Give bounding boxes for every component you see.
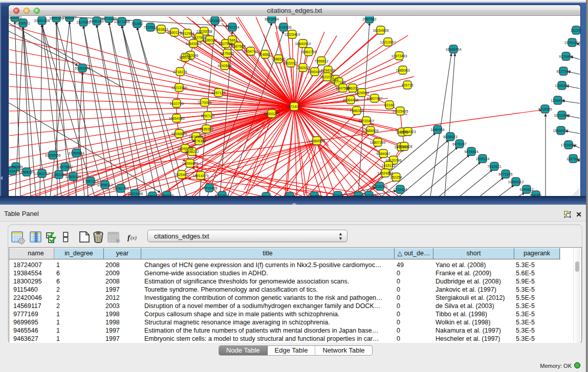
svg-text:20206556: 20206556 bbox=[45, 154, 60, 157]
svg-text:13524851: 13524851 bbox=[377, 171, 393, 175]
svg-text:1388520: 1388520 bbox=[271, 57, 285, 61]
svg-text:16914479: 16914479 bbox=[192, 174, 208, 178]
svg-text:10807487: 10807487 bbox=[366, 97, 382, 100]
svg-text:252254: 252254 bbox=[390, 176, 402, 179]
svg-text:20364436: 20364436 bbox=[342, 98, 358, 102]
svg-text:2718176: 2718176 bbox=[173, 70, 187, 74]
svg-text:17957223: 17957223 bbox=[82, 180, 98, 183]
svg-text:129715: 129715 bbox=[401, 83, 413, 87]
svg-text:1244415: 1244415 bbox=[551, 99, 564, 102]
svg-text:9084067: 9084067 bbox=[376, 152, 390, 156]
svg-text:1405571: 1405571 bbox=[16, 21, 30, 25]
svg-text:11923446: 11923446 bbox=[127, 192, 143, 195]
svg-text:17359924: 17359924 bbox=[68, 151, 84, 155]
svg-text:2405572: 2405572 bbox=[9, 16, 22, 19]
svg-text:15716485: 15716485 bbox=[201, 186, 217, 190]
svg-text:1092345: 1092345 bbox=[160, 194, 173, 196]
svg-text:15692971: 15692971 bbox=[553, 129, 569, 133]
svg-text:19654923: 19654923 bbox=[400, 130, 416, 134]
svg-text:2350505: 2350505 bbox=[9, 165, 23, 169]
svg-text:16648764: 16648764 bbox=[445, 48, 461, 51]
svg-text:17016504: 17016504 bbox=[560, 143, 576, 147]
svg-text:1713342: 1713342 bbox=[362, 194, 376, 196]
svg-text:2367608: 2367608 bbox=[231, 45, 245, 48]
svg-text:12213967: 12213967 bbox=[380, 40, 396, 44]
svg-text:3475685: 3475685 bbox=[220, 52, 234, 55]
svg-text:8471676: 8471676 bbox=[498, 172, 512, 176]
svg-text:6794028: 6794028 bbox=[321, 69, 335, 72]
svg-text:972453: 972453 bbox=[332, 194, 343, 196]
svg-text:16154808: 16154808 bbox=[373, 29, 388, 32]
svg-text:1535359: 1535359 bbox=[199, 127, 213, 131]
svg-text:8878332: 8878332 bbox=[192, 139, 206, 143]
svg-text:14099489: 14099489 bbox=[182, 162, 198, 165]
svg-text:972452: 972452 bbox=[308, 194, 320, 196]
svg-text:111206: 111206 bbox=[571, 29, 580, 32]
svg-text:8186323: 8186323 bbox=[203, 38, 216, 42]
svg-text:13975887: 13975887 bbox=[57, 165, 73, 169]
svg-text:9327508: 9327508 bbox=[219, 42, 232, 46]
svg-text:7625402: 7625402 bbox=[175, 173, 188, 177]
svg-text:12342717: 12342717 bbox=[34, 172, 50, 176]
svg-text:3915411: 3915411 bbox=[9, 169, 19, 173]
svg-text:3215955: 3215955 bbox=[538, 107, 552, 111]
svg-text:16033809: 16033809 bbox=[207, 19, 223, 23]
svg-text:62160: 62160 bbox=[384, 103, 395, 107]
svg-text:10756928: 10756928 bbox=[396, 145, 412, 148]
svg-text:9474444: 9474444 bbox=[464, 150, 478, 154]
svg-text:18807249: 18807249 bbox=[369, 141, 385, 144]
svg-text:20691406: 20691406 bbox=[34, 19, 50, 23]
svg-text:10688609: 10688609 bbox=[362, 129, 378, 133]
svg-text:19654985: 19654985 bbox=[168, 117, 184, 120]
svg-text:7357224: 7357224 bbox=[225, 26, 239, 29]
svg-text:10973493: 10973493 bbox=[391, 54, 407, 58]
svg-text:1640956: 1640956 bbox=[430, 128, 444, 132]
svg-text:11451944: 11451944 bbox=[51, 173, 67, 177]
svg-text:23226058: 23226058 bbox=[196, 30, 212, 33]
svg-text:1615132: 1615132 bbox=[381, 164, 395, 167]
svg-text:2087682: 2087682 bbox=[362, 17, 376, 21]
svg-text:1733426: 1733426 bbox=[393, 188, 407, 191]
svg-text:972451: 972451 bbox=[284, 195, 295, 196]
svg-text:7485063: 7485063 bbox=[396, 69, 409, 72]
svg-text:1874355: 1874355 bbox=[189, 135, 203, 139]
svg-text:8267115: 8267115 bbox=[201, 114, 215, 118]
svg-text:12213369: 12213369 bbox=[171, 86, 187, 90]
svg-text:8838923: 8838923 bbox=[443, 135, 457, 139]
svg-text:8912954: 8912954 bbox=[180, 32, 194, 35]
svg-text:18724007: 18724007 bbox=[286, 105, 302, 108]
svg-text:7632621: 7632621 bbox=[487, 165, 501, 168]
svg-text:4257125: 4257125 bbox=[211, 91, 225, 95]
svg-text:1065327: 1065327 bbox=[62, 16, 76, 19]
svg-text:2935114: 2935114 bbox=[476, 157, 490, 161]
svg-text:10025435: 10025435 bbox=[392, 110, 408, 113]
svg-text:16961758: 16961758 bbox=[300, 50, 316, 54]
svg-text:1092344: 1092344 bbox=[145, 194, 159, 196]
svg-text:10958117: 10958117 bbox=[97, 183, 113, 187]
svg-text:7386322: 7386322 bbox=[350, 109, 363, 113]
svg-text:10120746: 10120746 bbox=[385, 159, 401, 162]
svg-text:9777169: 9777169 bbox=[332, 80, 345, 84]
svg-text:15720407: 15720407 bbox=[358, 119, 374, 123]
svg-text:20053346: 20053346 bbox=[74, 67, 90, 70]
svg-text:12505135: 12505135 bbox=[65, 175, 81, 179]
svg-text:1624554: 1624554 bbox=[355, 91, 368, 95]
svg-text:19384554: 19384554 bbox=[309, 139, 324, 143]
svg-text:3498222: 3498222 bbox=[185, 150, 199, 154]
svg-text:9146821: 9146821 bbox=[258, 53, 272, 56]
svg-text:546: 546 bbox=[229, 38, 235, 42]
svg-text:19218906: 19218906 bbox=[275, 26, 291, 29]
svg-text:746206: 746206 bbox=[346, 86, 358, 90]
svg-text:11568297: 11568297 bbox=[19, 170, 35, 174]
svg-text:1209387: 1209387 bbox=[555, 84, 569, 87]
svg-text:9660124: 9660124 bbox=[167, 31, 181, 34]
svg-text:6479197: 6479197 bbox=[452, 142, 466, 146]
svg-text:972450: 972450 bbox=[260, 195, 272, 196]
svg-text:9243612: 9243612 bbox=[519, 188, 533, 191]
svg-text:8454749: 8454749 bbox=[244, 50, 257, 53]
svg-text:8990444: 8990444 bbox=[308, 70, 321, 74]
svg-text:1571640: 1571640 bbox=[215, 194, 229, 196]
svg-text:1065326: 1065326 bbox=[49, 16, 63, 20]
svg-text:18640910: 18640910 bbox=[295, 42, 311, 46]
svg-text:1610753: 1610753 bbox=[169, 102, 183, 105]
